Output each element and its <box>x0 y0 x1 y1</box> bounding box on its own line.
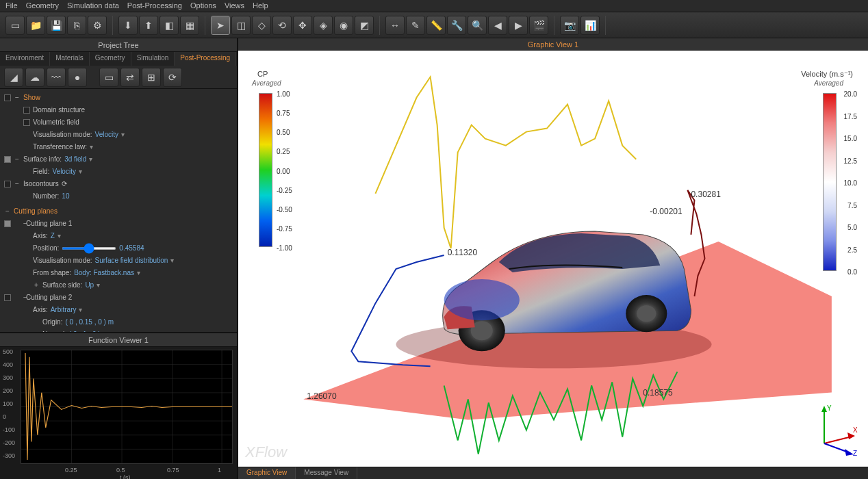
svg-text:Z: Z <box>853 450 857 457</box>
cbl-tick: -0.75 <box>277 225 292 233</box>
cbr-tick: 10.0 <box>844 179 857 187</box>
tree-tabs: Environment Materials Geometry Simulatio… <box>0 52 237 66</box>
project-tree-header: Project Tree <box>0 38 237 52</box>
save-icon[interactable]: 💾 <box>47 16 66 35</box>
tab-materials[interactable]: Materials <box>50 52 90 66</box>
tree-cutplanes[interactable]: Cutting planes <box>14 206 58 217</box>
menu-postproc[interactable]: Post-Processing <box>127 1 182 10</box>
menu-file[interactable]: File <box>5 1 18 10</box>
chart-icon[interactable]: 📊 <box>580 16 600 35</box>
ann2: -0.00201 <box>650 207 682 216</box>
tree-show[interactable]: Show <box>23 92 40 103</box>
menu-help[interactable]: Help <box>253 1 268 10</box>
colorbar-right <box>823 93 837 271</box>
tree-volfield[interactable]: Volumetric field <box>33 117 79 128</box>
field-val[interactable]: Velocity <box>52 166 75 177</box>
tab-postproc[interactable]: Post-Processing <box>175 52 236 66</box>
axis-triad: Y X Z <box>810 402 858 457</box>
move-icon[interactable]: ✥ <box>293 16 312 35</box>
vismode-val[interactable]: Velocity <box>95 129 118 140</box>
import-icon[interactable]: ⬇ <box>118 16 138 35</box>
tab-environment[interactable]: Environment <box>0 52 50 66</box>
cbl-tick: 0.75 <box>277 109 290 117</box>
svg-text:X: X <box>853 426 858 434</box>
vismode2-val[interactable]: Surface field distribution <box>95 255 168 266</box>
menu-simdata[interactable]: Simulation data <box>67 1 119 10</box>
cbr-tick: 7.5 <box>847 202 857 209</box>
menu-geometry[interactable]: Geometry <box>26 1 59 10</box>
cb-right-sub: Averaged <box>814 79 843 87</box>
cbr-tick: 15.0 <box>844 135 857 142</box>
next-icon[interactable]: ▶ <box>509 16 528 35</box>
export-icon[interactable]: ⬆ <box>139 16 158 35</box>
gv-header: Graphic View 1 <box>238 38 868 51</box>
surfinfo-val[interactable]: 3d field <box>64 154 86 165</box>
probe-icon[interactable]: ✎ <box>406 16 425 35</box>
tree-cp2[interactable]: Cutting plane 2 <box>26 292 72 303</box>
scene-svg: 0.30281 -0.00201 0.11320 0.18575 1.26070 <box>238 51 868 467</box>
cbr-tick: 2.5 <box>847 246 857 254</box>
new-icon[interactable]: ▭ <box>5 16 25 35</box>
function-viewer: Function Viewer 1 Overall Fx (N) 500 40 <box>0 332 237 479</box>
tool3-icon[interactable]: 〰 <box>47 68 66 87</box>
ruler-icon[interactable]: 📏 <box>426 16 446 35</box>
refresh-icon[interactable]: ⟳ <box>163 68 182 87</box>
fv-plot[interactable] <box>21 350 233 464</box>
tab-graphic-view[interactable]: Graphic View <box>238 467 296 479</box>
cb-right-title: Velocity (m.s⁻¹) <box>801 70 853 79</box>
menu-options[interactable]: Options <box>190 1 216 10</box>
cbl-tick: 1.00 <box>277 90 290 98</box>
func-viewer-header: Function Viewer 1 <box>0 333 237 347</box>
camera-icon[interactable]: 📷 <box>560 16 579 35</box>
open-icon[interactable]: 📁 <box>26 16 45 35</box>
menu-views[interactable]: Views <box>225 1 244 10</box>
iso2-icon[interactable]: ◉ <box>334 16 353 35</box>
main-toolbar: ▭ 📁 💾 ⎘ ⚙ ⬇ ⬆ ◧ ▦ ➤ ◫ ◇ ⟲ ✥ ◈ ◉ ◩ ↔ ✎ 📏 … <box>0 12 868 38</box>
iso-icon[interactable]: ◈ <box>314 16 333 35</box>
tab-simulation[interactable]: Simulation <box>131 52 175 66</box>
cbr-tick: 17.5 <box>844 113 857 120</box>
axis-val[interactable]: Z <box>51 231 55 242</box>
tree-domain[interactable]: Domain structure <box>33 105 85 116</box>
cbl-tick: 0.50 <box>277 129 290 136</box>
measure-icon[interactable]: ↔ <box>385 16 405 35</box>
gv-canvas[interactable]: 0.30281 -0.00201 0.11320 0.18575 1.26070… <box>238 51 868 467</box>
poly-icon[interactable]: ◇ <box>252 16 271 35</box>
cb-left-title: CP <box>257 70 268 78</box>
svg-point-16 <box>637 305 656 322</box>
position-slider[interactable] <box>62 247 116 250</box>
zoom-icon[interactable]: 🔍 <box>468 16 487 35</box>
box-icon[interactable]: ◫ <box>231 16 251 35</box>
tool5-icon[interactable]: ▭ <box>99 68 118 87</box>
saveall-icon[interactable]: ⎘ <box>67 16 86 35</box>
svg-line-21 <box>824 437 852 443</box>
wrench-icon[interactable]: 🔧 <box>447 16 466 35</box>
tool7-icon[interactable]: ⊞ <box>142 68 161 87</box>
cbr-tick: 20.0 <box>844 90 857 98</box>
cube-icon[interactable]: ◧ <box>159 16 179 35</box>
svg-marker-19 <box>821 406 827 412</box>
tab-message-view[interactable]: Message View <box>296 467 357 479</box>
tree-isocontours[interactable]: Isocontours <box>23 179 59 190</box>
tool2-icon[interactable]: ☁ <box>25 68 44 87</box>
cbl-tick: -0.50 <box>277 206 292 213</box>
cb-left-sub: Averaged <box>252 79 281 87</box>
tree-cp1[interactable]: Cutting plane 1 <box>26 218 72 229</box>
movie-icon[interactable]: 🎬 <box>529 16 548 35</box>
views-icon[interactable]: ▦ <box>180 16 199 35</box>
tree[interactable]: −Show Domain structure Volumetric field … <box>0 89 237 332</box>
face-icon[interactable]: ◩ <box>355 16 374 35</box>
tool6-icon[interactable]: ⇄ <box>120 68 140 87</box>
cbr-tick: 5.0 <box>847 224 857 231</box>
settings-icon[interactable]: ⚙ <box>88 16 107 35</box>
tree-toolbar: ◢ ☁ 〰 ● ▭ ⇄ ⊞ ⟳ <box>0 66 237 89</box>
ann5: 1.26070 <box>307 391 337 401</box>
rotate-icon[interactable]: ⟲ <box>272 16 292 35</box>
tab-geometry[interactable]: Geometry <box>90 52 131 66</box>
tool4-icon[interactable]: ● <box>68 68 87 87</box>
cbr-tick: 12.5 <box>844 157 857 165</box>
tool1-icon[interactable]: ◢ <box>4 68 23 87</box>
cbl-tick: -1.00 <box>277 244 292 252</box>
pointer-icon[interactable]: ➤ <box>211 16 230 35</box>
prev-icon[interactable]: ◀ <box>488 16 507 35</box>
